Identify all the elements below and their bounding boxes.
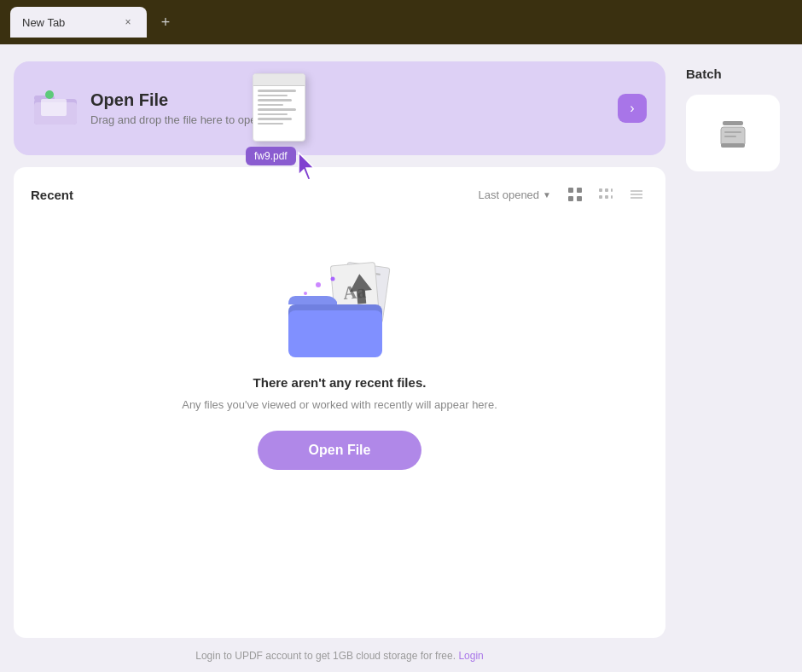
pdf-body xyxy=(253,86,305,130)
filter-label: Last opened xyxy=(479,188,540,201)
right-sidebar: Batch xyxy=(677,61,788,672)
pdf-line xyxy=(258,95,288,97)
svg-rect-13 xyxy=(611,188,613,192)
batch-stack-icon xyxy=(714,114,752,152)
svg-point-3 xyxy=(45,90,54,99)
grid-view-toggle[interactable] xyxy=(563,182,587,206)
pdf-line xyxy=(258,99,292,101)
empty-state-subtitle: Any files you've viewed or worked with r… xyxy=(182,397,497,414)
pdf-line xyxy=(258,90,296,92)
tab-bar: New Tab × + xyxy=(0,0,802,44)
folder-icon xyxy=(32,89,78,128)
pdf-line xyxy=(258,123,283,125)
recent-header: Recent Last opened ▼ xyxy=(31,182,648,206)
drag-pdf-preview xyxy=(253,73,305,142)
tab-new-tab[interactable]: New Tab × xyxy=(10,7,147,38)
svg-rect-9 xyxy=(599,188,602,192)
center-column: Open File Drag and drop the file here to… xyxy=(14,61,665,672)
list-view-toggle[interactable] xyxy=(594,182,618,206)
cursor-arrow-icon xyxy=(295,151,319,182)
svg-rect-25 xyxy=(288,310,382,357)
main-content: Open File Drag and drop the file here to… xyxy=(0,44,802,672)
svg-rect-4 xyxy=(41,99,67,116)
svg-rect-5 xyxy=(568,188,573,193)
file-tooltip: fw9.pdf xyxy=(246,147,296,165)
svg-rect-14 xyxy=(611,195,613,199)
svg-point-28 xyxy=(331,277,335,281)
svg-rect-7 xyxy=(568,196,573,201)
open-file-button[interactable]: Open File xyxy=(258,431,422,470)
pdf-header xyxy=(253,74,305,86)
open-file-text: Open File Drag and drop the file here to… xyxy=(90,90,606,126)
empty-state-title: There aren't any recent files. xyxy=(253,375,427,390)
svg-point-26 xyxy=(316,282,321,287)
recent-title: Recent xyxy=(31,188,479,202)
footer-text: Login to UPDF account to get 1GB cloud s… xyxy=(195,650,456,662)
svg-point-27 xyxy=(304,292,307,295)
footer-login-link[interactable]: Login xyxy=(458,650,483,662)
open-file-button-wrap: Open File xyxy=(31,414,648,478)
more-options-button[interactable] xyxy=(625,182,648,206)
footer: Login to UPDF account to get 1GB cloud s… xyxy=(14,650,665,672)
tab-label: New Tab xyxy=(22,16,65,29)
pdf-line xyxy=(258,118,292,120)
svg-rect-29 xyxy=(723,121,743,125)
open-file-card[interactable]: Open File Drag and drop the file here to… xyxy=(14,61,665,155)
filter-arrow-icon: ▼ xyxy=(543,190,551,200)
svg-rect-12 xyxy=(605,195,608,199)
empty-state: Aa xyxy=(31,223,648,414)
pdf-line xyxy=(258,113,288,116)
open-file-arrow-button[interactable]: › xyxy=(618,94,647,123)
empty-folder-illustration: Aa xyxy=(271,249,408,360)
pdf-line xyxy=(258,104,283,107)
svg-rect-33 xyxy=(721,143,745,148)
new-tab-button[interactable]: + xyxy=(154,10,177,34)
batch-label: Batch xyxy=(677,67,722,81)
batch-icon-card[interactable] xyxy=(686,95,780,171)
svg-rect-31 xyxy=(724,131,741,133)
open-file-subtitle: Drag and drop the file here to open xyxy=(90,113,606,126)
pdf-line xyxy=(258,108,296,111)
view-toggle-group xyxy=(563,182,648,206)
svg-rect-10 xyxy=(605,188,608,192)
recent-filter-dropdown[interactable]: Last opened ▼ xyxy=(479,188,551,201)
recent-panel: Recent Last opened ▼ xyxy=(14,167,665,638)
svg-rect-32 xyxy=(724,136,736,137)
tab-close-button[interactable]: × xyxy=(121,15,135,29)
svg-rect-6 xyxy=(577,188,582,193)
svg-rect-11 xyxy=(599,195,602,199)
svg-rect-8 xyxy=(577,196,582,201)
open-file-title: Open File xyxy=(90,90,606,110)
